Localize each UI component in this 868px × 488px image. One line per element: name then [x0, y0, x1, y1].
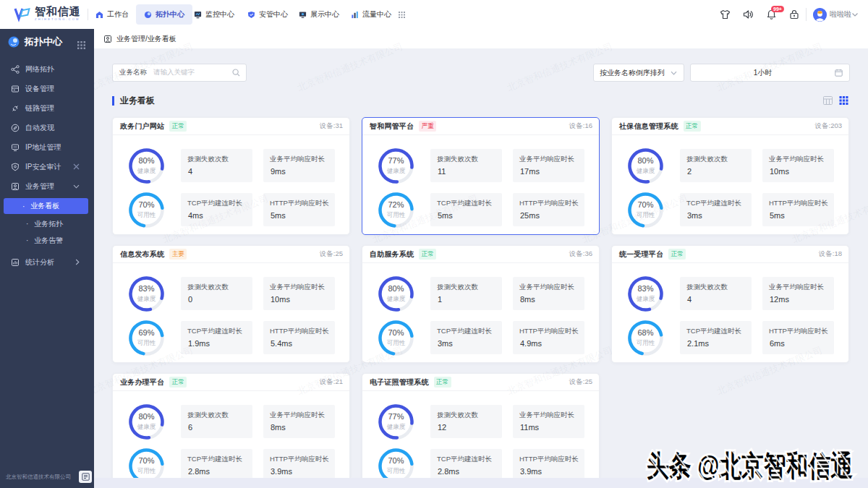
svg-text:头条 @北京智和信通: 头条 @北京智和信通: [647, 450, 853, 481]
